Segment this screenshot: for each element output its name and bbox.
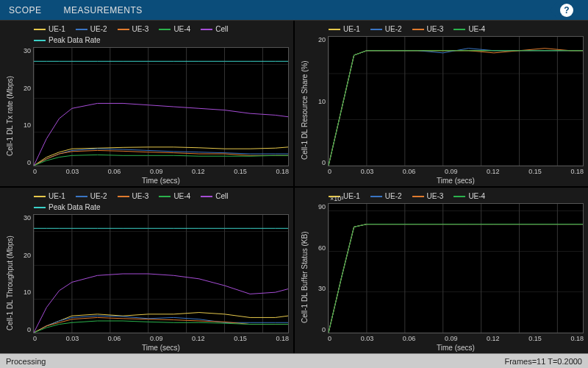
legend: UE-1UE-2UE-3UE-4 bbox=[299, 24, 584, 36]
legend-label: UE-2 bbox=[385, 25, 402, 33]
plot-area[interactable] bbox=[33, 214, 289, 333]
chart-panel-throughput: UE-1UE-2UE-3UE-4CellPeak Data RateCell-1… bbox=[0, 188, 293, 353]
legend-item: UE-3 bbox=[412, 25, 444, 33]
legend-swatch bbox=[34, 40, 46, 41]
legend-item: UE-2 bbox=[76, 192, 107, 200]
x-axis-label: Time (secs) bbox=[15, 342, 289, 352]
legend-swatch bbox=[159, 29, 171, 30]
axis-exponent: ×10³ bbox=[330, 195, 343, 202]
legend-item: UE-2 bbox=[370, 192, 402, 200]
x-axis-label: Time (secs) bbox=[310, 175, 584, 185]
legend-item: UE-4 bbox=[159, 25, 190, 33]
legend-label: UE-3 bbox=[132, 192, 149, 200]
legend-swatch bbox=[118, 196, 129, 197]
chart-panel-buffer_status: UE-1UE-2UE-3UE-4Cell-1 DL Buffer Status … bbox=[295, 188, 588, 353]
legend-item: UE-4 bbox=[159, 192, 190, 200]
x-ticks: 00.030.060.090.120.150.18 bbox=[310, 166, 584, 175]
legend-swatch bbox=[159, 196, 171, 197]
legend-swatch bbox=[118, 29, 129, 30]
legend-swatch bbox=[76, 29, 87, 30]
legend-item: UE-2 bbox=[76, 25, 107, 33]
legend-item: UE-3 bbox=[412, 192, 444, 200]
legend-swatch bbox=[34, 29, 46, 30]
legend-item: UE-4 bbox=[453, 25, 485, 33]
status-left: Processing bbox=[6, 357, 46, 366]
legend-item: Cell bbox=[201, 25, 228, 33]
legend-swatch bbox=[201, 196, 212, 197]
y-ticks: 20100 bbox=[310, 36, 328, 166]
x-ticks: 00.030.060.090.120.150.18 bbox=[15, 166, 289, 175]
x-axis-label: Time (secs) bbox=[15, 175, 289, 185]
legend-item: UE-2 bbox=[370, 25, 402, 33]
x-axis-label: Time (secs) bbox=[310, 342, 584, 352]
status-right: Frames=11 T=0.2000 bbox=[504, 357, 582, 366]
legend-swatch bbox=[370, 196, 382, 197]
legend-label: UE-1 bbox=[49, 192, 65, 200]
legend-item: UE-1 bbox=[329, 25, 360, 33]
legend: UE-1UE-2UE-3UE-4CellPeak Data Rate bbox=[4, 191, 289, 214]
help-button[interactable]: ? bbox=[550, 2, 579, 18]
legend-label: Cell bbox=[215, 25, 228, 33]
legend-label: UE-4 bbox=[173, 192, 190, 200]
legend-swatch bbox=[329, 29, 340, 30]
legend-item: Cell bbox=[201, 192, 228, 200]
y-axis-label: Cell-1 DL Tx rate (Mbps) bbox=[4, 47, 15, 185]
y-axis-label: Cell-1 DL Resource Share (%) bbox=[299, 36, 310, 185]
chart-panel-tx_rate: UE-1UE-2UE-3UE-4CellPeak Data RateCell-1… bbox=[0, 21, 293, 186]
tab-measurements[interactable]: MEASUREMENTS bbox=[64, 5, 143, 15]
header-bar: SCOPE MEASUREMENTS ? bbox=[0, 0, 588, 21]
legend-item: UE-1 bbox=[34, 25, 65, 33]
legend-label: UE-1 bbox=[49, 25, 65, 33]
plot-area[interactable]: ×10³ bbox=[328, 203, 584, 333]
y-ticks: 9060300 bbox=[310, 203, 328, 333]
legend-label: UE-4 bbox=[468, 192, 485, 200]
legend-item: UE-3 bbox=[118, 192, 149, 200]
legend-label: UE-3 bbox=[427, 192, 444, 200]
legend-label: UE-2 bbox=[385, 192, 402, 200]
legend-label: UE-4 bbox=[173, 25, 190, 33]
legend-swatch bbox=[76, 196, 87, 197]
legend-swatch bbox=[370, 29, 382, 30]
help-icon: ? bbox=[560, 4, 573, 17]
legend-swatch bbox=[412, 196, 424, 197]
legend-item: UE-3 bbox=[118, 25, 149, 33]
tab-scope[interactable]: SCOPE bbox=[9, 5, 42, 15]
plot-area[interactable] bbox=[328, 36, 584, 166]
status-bar: Processing Frames=11 T=0.2000 bbox=[0, 353, 588, 368]
legend-swatch bbox=[453, 196, 465, 197]
legend-swatch bbox=[34, 196, 46, 197]
legend-label: UE-1 bbox=[343, 25, 360, 33]
legend-label: UE-1 bbox=[343, 192, 360, 200]
legend-label: UE-3 bbox=[427, 25, 444, 33]
legend-label: UE-4 bbox=[468, 25, 485, 33]
legend-label: UE-3 bbox=[132, 25, 149, 33]
y-ticks: 3020100 bbox=[15, 214, 33, 333]
legend-label: UE-2 bbox=[90, 25, 107, 33]
y-axis-label: Cell-1 DL Throughput (Mbps) bbox=[4, 214, 15, 352]
legend-item: UE-4 bbox=[453, 192, 485, 200]
legend-label: Cell bbox=[215, 192, 228, 200]
legend-swatch bbox=[201, 29, 212, 30]
legend-label: Peak Data Rate bbox=[49, 36, 101, 44]
legend-item: UE-1 bbox=[34, 192, 65, 200]
y-ticks: 3020100 bbox=[15, 47, 33, 166]
legend-item: Peak Data Rate bbox=[34, 203, 101, 211]
x-ticks: 00.030.060.090.120.150.18 bbox=[15, 333, 289, 342]
legend-swatch bbox=[34, 207, 46, 208]
legend-swatch bbox=[412, 29, 424, 30]
chart-grid: UE-1UE-2UE-3UE-4CellPeak Data RateCell-1… bbox=[0, 21, 588, 353]
plot-area[interactable] bbox=[33, 47, 289, 166]
y-axis-label: Cell-1 DL Buffer Status (KB) bbox=[299, 203, 310, 352]
legend-swatch bbox=[453, 29, 465, 30]
x-ticks: 00.030.060.090.120.150.18 bbox=[310, 333, 584, 342]
chart-panel-resource_share: UE-1UE-2UE-3UE-4Cell-1 DL Resource Share… bbox=[295, 21, 588, 186]
legend: UE-1UE-2UE-3UE-4CellPeak Data Rate bbox=[4, 24, 289, 47]
legend-item: Peak Data Rate bbox=[34, 36, 101, 44]
legend-label: Peak Data Rate bbox=[49, 203, 101, 211]
legend-label: UE-2 bbox=[90, 192, 107, 200]
